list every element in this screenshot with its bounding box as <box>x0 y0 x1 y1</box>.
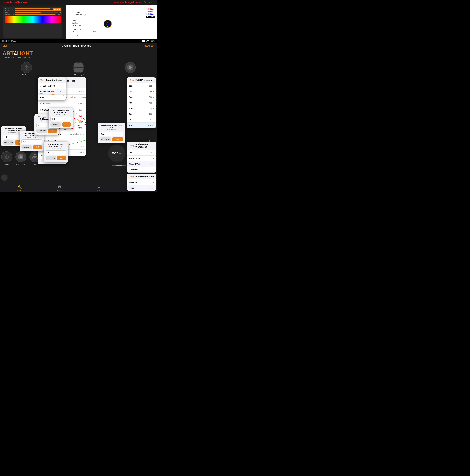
rgbw-badge: RGBW <box>53 8 61 11</box>
pwm-item-122[interactable]: 122 122 › <box>127 83 156 89</box>
dialog-ch3-ok[interactable]: OK <box>33 145 42 149</box>
dialog-whitemode-cancel[interactable]: Annuleren <box>46 156 56 160</box>
dialog-whitemode-ok[interactable]: OK <box>57 156 66 160</box>
pwm-item-732[interactable]: 732 732 › <box>127 111 156 117</box>
svg-text:B: B <box>108 24 109 25</box>
pwm-frequency-panel: ‹ Terug PWM Frequency 122 122 › 244 244 … <box>127 77 156 128</box>
status-time-date: 08:50 Zo 12 dec. <box>2 40 17 42</box>
galerij-icon: 🖼 <box>58 185 61 189</box>
dialog-whitemode-input[interactable] <box>46 150 66 155</box>
dialog-ch1-buttons: Annuleren OK <box>51 122 71 127</box>
signal-icon: ▐▐▐ <box>141 40 145 42</box>
edit-button[interactable]: Bewerken <box>144 45 154 47</box>
logo-subtitle: Importer Casambi Enabled Products <box>2 57 154 59</box>
tab-galerij[interactable]: 🖼 Galerij <box>57 185 62 191</box>
pwm-back-button[interactable]: ‹ Terug <box>129 79 134 81</box>
device-ceilings[interactable]: Ceilings. <box>125 62 136 76</box>
pushbutton-style-back[interactable]: ‹ Terug <box>129 175 134 178</box>
svg-text:G: G <box>106 24 107 25</box>
dialog-ch1-title: Voer waarde in voor Calibration CH1 <box>51 110 71 114</box>
device-pure-move[interactable]: Pure move) <box>15 151 26 165</box>
svg-text:CH 3: CH 3 <box>73 29 76 30</box>
svg-text:+ –: + – <box>79 31 81 33</box>
pwm-panel-title: PWM Frequency <box>135 79 153 82</box>
dimming-item-linear[interactable]: linear 2 <box>38 95 66 100</box>
pwm-item-488[interactable]: 488 488 › <box>127 100 156 106</box>
svg-point-37 <box>34 156 36 158</box>
dialog-fade-cancel[interactable]: Annuleren <box>100 137 111 141</box>
dimmer-row: Dimmer 84.7 % <box>4 8 61 9</box>
dialog-ch1-cancel[interactable]: Annuleren <box>51 122 61 127</box>
device-alle-lampen[interactable]: ⏻ Alle lampen <box>21 62 32 76</box>
dialog-fade-input[interactable] <box>100 132 123 136</box>
pwm-item-610[interactable]: 610 610 › <box>127 106 156 111</box>
dialog-fade-time: Voer waarde in voor Fade time Tussen 0 e… <box>98 123 125 143</box>
watt-black: 100 Watt <box>146 16 155 18</box>
scroll-indicator <box>112 165 126 166</box>
pwm-item-244[interactable]: 244 244 › <box>127 89 156 94</box>
style-arditi-selected[interactable]: Arditi 0 ✓ <box>127 185 156 191</box>
wk-row: Wlt / Kleur 100% / 65% <box>4 10 61 11</box>
dialog-ch3-cancel[interactable]: Annuleren <box>21 145 32 149</box>
top-banner: Casambi profile RGB+W No output bridged … <box>0 0 157 5</box>
tab-scenes[interactable]: ▶ Scènes <box>96 185 101 191</box>
nav-title: Casambi Training Centre <box>62 44 91 47</box>
color-picker <box>4 16 61 23</box>
dialog-ch2-ok[interactable]: OK <box>48 129 57 133</box>
pushbutton-whitemode-back[interactable]: ‹ Terug <box>129 145 134 147</box>
casambi-ui-preview: Dimmer 84.7 % Wlt / Kleur 100% / 65% Kle… <box>0 5 66 39</box>
dialog-whitemode-subtitle: Tussen 1 en 255 <box>46 148 66 149</box>
dialog-whitemode-level: Voer waarde in voor Whitemode Level Tuss… <box>44 142 68 162</box>
device-grid: ⏻ Alle lampen LDM Kyno spots <box>0 60 157 77</box>
whitemode-off[interactable]: Off 0 › <box>127 150 156 155</box>
circuit-svg: XLED4 CV CASAMBI ((·)) DALI DC IN CH 1 C… <box>67 6 155 38</box>
watt-labels: 100 Watt 100 Watt 100 Watt 100 Watt <box>146 8 155 18</box>
dimming-panel-header: ‹ Terug Dimming Curve <box>38 77 66 83</box>
pwm-item-976-selected[interactable]: 976 976 ✓ <box>127 123 156 128</box>
dimming-back-button[interactable]: ‹ Terug <box>39 79 45 81</box>
lampen-label: Lampen <box>17 189 23 191</box>
dialog-fade-title: Voer waarde in voor Fade time <box>100 125 123 128</box>
row-fade-time[interactable]: Fade time 0.2 s › <box>38 101 86 107</box>
svg-text:((·)): ((·)) <box>83 14 86 16</box>
svg-text:CH 4: CH 4 <box>79 29 81 30</box>
status-bar: 08:50 Zo 12 dec. ▐▐▐ WiFi 100% <box>0 39 157 43</box>
pwm-item-854[interactable]: 854 854 › <box>127 117 156 123</box>
dimming-item-log1000[interactable]: logarithmic 1000 0 <box>38 83 66 89</box>
dialog-fade-ok[interactable]: OK <box>112 137 124 141</box>
dialog-fade-buttons: Annuleren OK <box>100 137 123 141</box>
device-groep[interactable]: ⏻ Groep <box>1 151 12 165</box>
svg-text:R: R <box>107 22 108 23</box>
svg-point-35 <box>19 155 22 158</box>
pwm-item-366[interactable]: 366 366 › <box>127 94 156 100</box>
dimming-item-log100-selected[interactable]: logarithmic 100 1 ✓ <box>38 89 66 95</box>
rgbw-circle: RGBW <box>108 145 125 162</box>
svg-text:CH 1: CH 1 <box>73 25 76 26</box>
profile-title: Casambi profile RGB+W <box>2 1 30 4</box>
dialog-whitemode-title: Voer waarde in voor Whitemode Level <box>46 143 66 147</box>
icon-pure-move <box>15 151 26 162</box>
whitemode-warmwhite[interactable]: WarmWhite 1 › <box>127 155 156 161</box>
dialog-ch4-cancel[interactable]: Annuleren <box>3 140 14 145</box>
device-icon-power: ⏻ <box>21 62 32 73</box>
dimming-curve-panel: ‹ Terug Dimming Curve logarithmic 1000 0… <box>38 77 66 100</box>
dialog-ch3-input[interactable] <box>21 139 42 144</box>
dialog-ch1-ok[interactable]: OK <box>62 122 71 127</box>
scenes-icon: ▶ <box>98 185 100 189</box>
style-casambi[interactable]: Casambi 1 › <box>127 180 156 185</box>
watt-blue: 100 Watt <box>146 13 155 15</box>
device-icon-ceilings <box>125 62 136 73</box>
device-ldm-kyno[interactable]: LDM Kyno spots <box>72 62 85 76</box>
color-row: Kleur 230 <box>4 12 61 13</box>
diagram-area: Dimmer 84.7 % Wlt / Kleur 100% / 65% Kle… <box>0 5 157 39</box>
nav-bar: Groep Casambi Training Centre Bewerken <box>0 43 157 49</box>
back-button[interactable]: Groep <box>2 45 9 47</box>
dialog-ch1-input[interactable] <box>51 117 71 121</box>
dialog-ch2-cancel[interactable]: Annuleren <box>36 129 47 133</box>
pwm-panel-header: ‹ Terug PWM Frequency <box>127 77 156 83</box>
galerij-label: Galerij <box>57 189 62 191</box>
whitemode-coldwhite[interactable]: ColdWhite 3 › <box>127 167 156 173</box>
tab-lampen[interactable]: 🔦 Lampen <box>17 185 23 191</box>
whitemode-neutralwhite-selected[interactable]: NeutralWhite 2 ✓ <box>127 161 156 167</box>
output-title: No output bridged / 24VDC / 4 x 4,4A <box>113 1 154 4</box>
